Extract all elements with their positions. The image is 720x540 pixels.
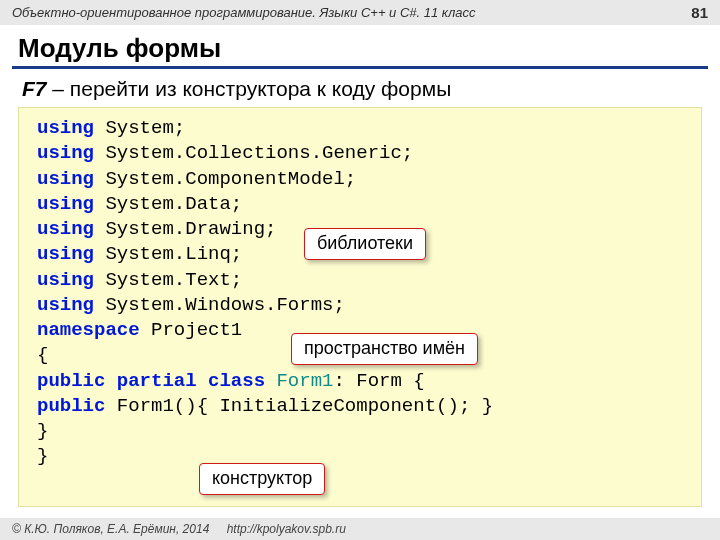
code-line: using System; (37, 116, 683, 141)
code-line: using System.ComponentModel; (37, 167, 683, 192)
slide-title: Модуль формы (0, 25, 720, 66)
code-block: using System;using System.Collections.Ge… (18, 107, 702, 507)
code-line: using System.Data; (37, 192, 683, 217)
subtitle-text: – перейти из конструктора к коду формы (47, 77, 452, 100)
subtitle: F7 – перейти из конструктора к коду форм… (0, 75, 720, 107)
copyright: © К.Ю. Поляков, Е.А. Ерёмин, 2014 (12, 522, 209, 536)
callout-libraries: библиотеки (304, 228, 426, 260)
page-number: 81 (691, 4, 708, 21)
footer-url: http://kpolyakov.spb.ru (227, 522, 346, 536)
slide-footer: © К.Ю. Поляков, Е.А. Ерёмин, 2014 http:/… (0, 518, 720, 540)
code-line: } (37, 444, 683, 469)
title-underline (12, 66, 708, 69)
course-title: Объектно-ориентированное программировани… (12, 5, 476, 20)
callout-constructor: конструктор (199, 463, 325, 495)
code-line: public Form1(){ InitializeComponent(); } (37, 394, 683, 419)
code-line: } (37, 419, 683, 444)
code-line: using System.Text; (37, 268, 683, 293)
slide-header: Объектно-ориентированное программировани… (0, 0, 720, 25)
code-line: public partial class Form1: Form { (37, 369, 683, 394)
callout-namespace: пространство имён (291, 333, 478, 365)
code-line: using System.Collections.Generic; (37, 141, 683, 166)
code-line: using System.Windows.Forms; (37, 293, 683, 318)
shortcut-key: F7 (22, 77, 47, 100)
code-lines: using System;using System.Collections.Ge… (37, 116, 683, 470)
